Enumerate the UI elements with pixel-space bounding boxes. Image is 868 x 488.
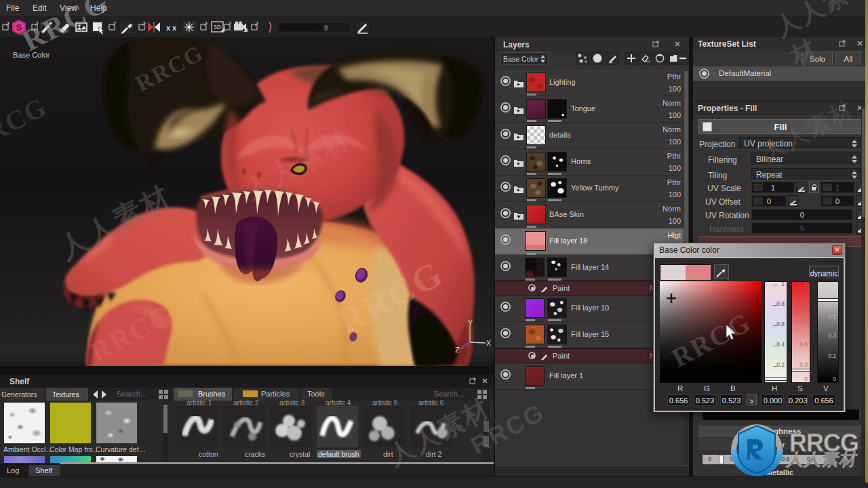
svg-text:Y: Y bbox=[468, 319, 473, 327]
svg-text:人人素材: 人人素材 bbox=[785, 449, 859, 468]
svg-text:x: x bbox=[172, 24, 177, 32]
svg-text:3D: 3D bbox=[214, 24, 221, 30]
svg-text:S: S bbox=[16, 22, 22, 33]
svg-text:x: x bbox=[166, 24, 171, 32]
svg-text:Z: Z bbox=[455, 346, 460, 354]
svg-text:X: X bbox=[486, 339, 491, 347]
svg-text:8: 8 bbox=[324, 24, 328, 32]
